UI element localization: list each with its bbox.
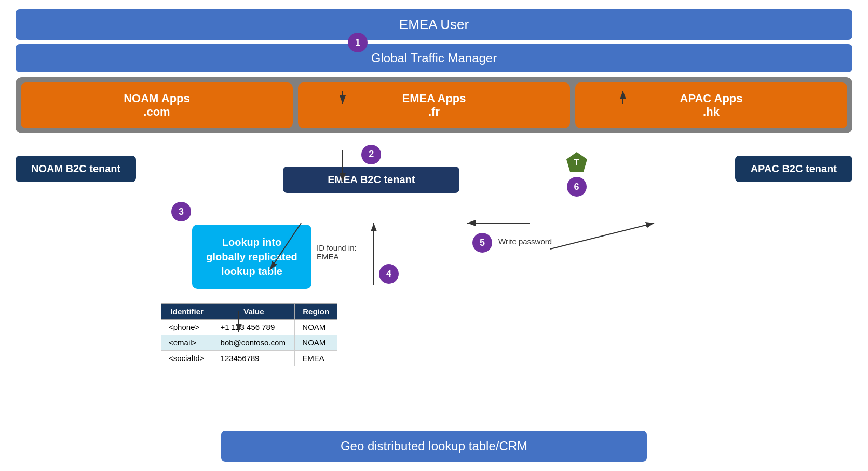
lookup-box: Lookup into globally replicated lookup t… — [192, 225, 311, 289]
bottom-bar: Geo distributed lookup table/CRM — [221, 431, 647, 462]
lookup-table: Identifier Value Region <phone>+1 123 45… — [161, 303, 337, 366]
table-cell: 123456789 — [213, 351, 295, 366]
gtm-bar: 1 Global Traffic Manager — [16, 44, 852, 72]
step-5-circle: 5 — [472, 233, 492, 253]
table-cell: EMEA — [295, 351, 337, 366]
emea-user-bar: EMEA User — [16, 9, 852, 40]
table-cell: NOAM — [295, 335, 337, 351]
diagram-wrapper: EMEA User 1 Global Traffic Manager NOAM … — [0, 0, 868, 471]
step-4-circle: 4 — [379, 264, 399, 284]
table-cell: <phone> — [161, 320, 213, 335]
col-value: Value — [213, 304, 295, 320]
apac-tenant: APAC B2C tenant — [735, 156, 852, 182]
step-1-circle: 1 — [348, 33, 368, 52]
apps-row: NOAM Apps .com EMEA Apps .fr APAC Apps .… — [16, 77, 852, 133]
table-row: <phone>+1 123 456 789NOAM — [161, 320, 337, 335]
table-row: <email>bob@contoso.comNOAM — [161, 335, 337, 351]
table-cell: NOAM — [295, 320, 337, 335]
table-cell: <email> — [161, 335, 213, 351]
step-3-circle: 3 — [171, 202, 191, 221]
write-password-label: Write password — [498, 237, 552, 246]
table-cell: +1 123 456 789 — [213, 320, 295, 335]
step-6-circle: 6 — [567, 177, 587, 197]
pentagon-t: T — [565, 151, 588, 174]
tenant-row: NOAM B2C tenant 2 EMEA B2C tenant T 6 AP… — [16, 141, 852, 197]
col-identifier: Identifier — [161, 304, 213, 320]
lookup-table-container: Identifier Value Region <phone>+1 123 45… — [161, 295, 337, 366]
noam-tenant: NOAM B2C tenant — [16, 156, 136, 182]
table-row: <socialId>123456789EMEA — [161, 351, 337, 366]
step-2-circle: 2 — [361, 145, 381, 164]
emea-app-box: EMEA Apps .fr — [298, 82, 570, 128]
noam-app-box: NOAM Apps .com — [21, 82, 293, 128]
table-cell: <socialId> — [161, 351, 213, 366]
apac-app-box: APAC Apps .hk — [575, 82, 847, 128]
table-cell: bob@contoso.com — [213, 335, 295, 351]
emea-tenant: EMEA B2C tenant — [283, 167, 459, 193]
id-found-label: ID found in: EMEA — [317, 243, 357, 261]
col-region: Region — [295, 304, 337, 320]
